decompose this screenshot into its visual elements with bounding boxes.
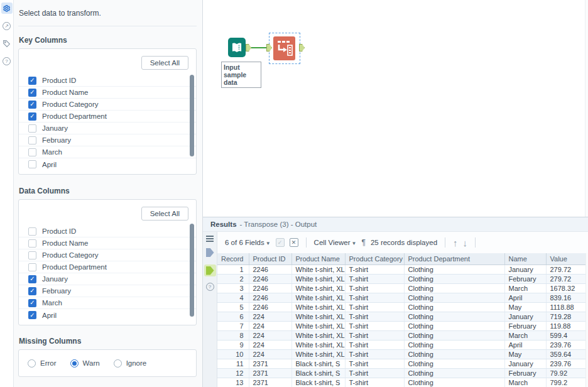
checkbox-unchecked-icon[interactable] [28, 263, 36, 271]
config-instruction: Select data to transform. [18, 0, 197, 18]
circle-arrow-icon[interactable]: ↗ [1, 20, 13, 31]
checkbox-checked-icon[interactable]: ✓ [28, 101, 36, 109]
missing-columns-option-ignore[interactable]: Ignore [114, 359, 147, 368]
column-header[interactable]: Product Category [345, 253, 404, 264]
results-table: Record Product ID Product Name Product C… [217, 253, 586, 387]
data-column-row[interactable]: Product Category [19, 249, 196, 261]
divider [475, 237, 476, 248]
data-columns-list: Product ID Product Name Product Category… [19, 226, 196, 325]
key-column-row[interactable]: April [19, 158, 196, 170]
key-column-row[interactable]: ✓Product ID [19, 75, 196, 87]
table-row[interactable]: 42246White t-shirt, XLT-shirtClothingApr… [217, 293, 585, 302]
column-header[interactable]: Value [546, 253, 585, 264]
data-column-row[interactable]: ✓January [19, 273, 196, 285]
radio-unselected-icon[interactable] [28, 359, 36, 368]
checkbox-checked-icon[interactable]: ✓ [28, 287, 36, 295]
key-columns-label: Key Columns [19, 36, 197, 45]
table-row[interactable]: 7224White t-shirt, XLT-shirtClothingFebr… [217, 321, 585, 330]
transpose-glyph-icon [273, 36, 295, 60]
data-columns-scrollbar[interactable] [190, 224, 194, 317]
table-row[interactable]: 112371Black t-shirt, ST-shirtClothingJan… [217, 359, 585, 368]
key-columns-scrollbar[interactable] [190, 75, 194, 156]
table-row[interactable]: 32246White t-shirt, XLT-shirtClothingMar… [217, 283, 585, 293]
output-anchor-selected[interactable] [204, 264, 216, 276]
help-icon[interactable]: ? [1, 55, 13, 67]
cancel-x-icon[interactable]: ✕ [290, 238, 298, 247]
key-column-row[interactable]: ✓Product Name [19, 87, 196, 99]
checkbox-checked-icon[interactable]: ✓ [28, 311, 36, 319]
data-column-row[interactable]: ✓March [19, 297, 196, 309]
workflow-canvas[interactable]: Input sample data [203, 0, 588, 217]
apply-check-icon[interactable]: ✓ [276, 238, 285, 247]
column-header[interactable]: Product Name [291, 253, 345, 264]
checkbox-checked-icon[interactable]: ✓ [28, 275, 36, 283]
table-row[interactable]: 12246White t-shirt, XLT-shirtClothingJan… [217, 264, 585, 274]
column-header[interactable]: Product ID [249, 253, 291, 264]
missing-columns-option-error[interactable]: Error [28, 359, 57, 368]
checkbox-unchecked-icon[interactable] [28, 148, 36, 156]
radio-selected-icon[interactable] [70, 359, 79, 368]
divider [445, 237, 445, 248]
checkbox-unchecked-icon[interactable] [28, 239, 36, 248]
data-columns-select-all-button[interactable]: Select All [141, 207, 188, 221]
config-tool-strip: ↗ ? [0, 0, 14, 387]
arrow-down-icon[interactable]: ↓ [463, 238, 468, 248]
key-column-row[interactable]: January [19, 123, 196, 134]
table-row[interactable]: 22246White t-shirt, XLT-shirtClothingFeb… [217, 274, 585, 283]
data-column-row[interactable]: Product Name [19, 237, 196, 249]
column-header[interactable]: Name [504, 253, 546, 264]
table-row[interactable]: 9224White t-shirt, XLT-shirtClothingApri… [217, 340, 585, 349]
input-tool-output-anchor[interactable] [246, 44, 251, 52]
results-title: Results [210, 221, 237, 228]
fields-dropdown[interactable]: 6 of 6 Fields▼ [225, 239, 271, 246]
input-data-tool-icon[interactable] [228, 38, 246, 57]
table-row[interactable]: 10224White t-shirt, XLT-shirtClothingMay… [217, 349, 585, 359]
data-column-row[interactable]: Product ID [19, 226, 196, 237]
checkbox-checked-icon[interactable]: ✓ [28, 112, 36, 121]
key-column-row[interactable]: ✓Product Category [19, 99, 196, 111]
key-column-row[interactable]: March [19, 146, 196, 158]
input-tool-annotation[interactable]: Input sample data [221, 62, 261, 88]
pilcrow-icon[interactable]: ¶ [361, 238, 365, 247]
tag-icon[interactable] [1, 38, 13, 49]
checkbox-checked-icon[interactable]: ✓ [28, 299, 36, 307]
key-columns-select-all-button[interactable]: Select All [141, 56, 188, 70]
chevron-down-icon: ▼ [352, 241, 357, 246]
gear-icon[interactable] [1, 3, 13, 14]
key-column-row[interactable]: February [19, 134, 196, 146]
checkbox-unchecked-icon[interactable] [28, 124, 36, 133]
transpose-tool-icon[interactable] [273, 36, 295, 60]
input-anchor-icon[interactable] [206, 248, 214, 257]
hamburger-icon[interactable] [206, 236, 214, 242]
canvas-scrollbar[interactable] [585, 0, 588, 217]
missing-columns-label: Missing Columns [19, 337, 197, 346]
checkbox-unchecked-icon[interactable] [28, 136, 36, 144]
results-grid-scrollbar[interactable] [585, 253, 588, 387]
table-header-row: Record Product ID Product Name Product C… [217, 253, 585, 264]
checkbox-unchecked-icon[interactable] [28, 251, 36, 259]
checkbox-checked-icon[interactable]: ✓ [28, 77, 36, 85]
checkbox-unchecked-icon[interactable] [28, 227, 36, 236]
data-columns-box: Select All Product ID Product Name Produ… [18, 199, 197, 325]
checkbox-checked-icon[interactable]: ✓ [28, 89, 36, 97]
help-icon[interactable]: ? [206, 283, 214, 291]
radio-unselected-icon[interactable] [114, 359, 122, 368]
table-row[interactable]: 122371Black t-shirt, ST-shirtClothingFeb… [217, 368, 585, 378]
missing-columns-option-warn[interactable]: Warn [70, 359, 100, 368]
checkbox-unchecked-icon[interactable] [28, 160, 36, 168]
cell-viewer-dropdown[interactable]: Cell Viewer▼ [314, 239, 357, 246]
arrow-up-icon[interactable]: ↑ [453, 238, 458, 248]
column-header[interactable]: Record [217, 253, 249, 264]
data-column-row[interactable]: ✓April [19, 309, 196, 321]
table-row[interactable]: 132371Black t-shirt, ST-shirtClothingMar… [217, 378, 585, 387]
results-panel: Results - Transpose (3) - Output ? 6 of … [203, 217, 588, 387]
data-column-row[interactable]: Product Department [19, 261, 196, 273]
transpose-tool-output-anchor[interactable] [299, 44, 305, 52]
key-column-row[interactable]: ✓Product Department [19, 111, 196, 123]
data-column-row[interactable]: ✓February [19, 285, 196, 297]
table-row[interactable]: 8224White t-shirt, XLT-shirtClothingMarc… [217, 330, 585, 340]
key-columns-box: Select All ✓Product ID ✓Product Name ✓Pr… [18, 48, 197, 175]
column-header[interactable]: Product Department [404, 253, 504, 264]
table-row[interactable]: 6224White t-shirt, XLT-shirtClothingJanu… [217, 312, 585, 321]
table-row[interactable]: 52246White t-shirt, XLT-shirtClothingMay… [217, 302, 585, 312]
